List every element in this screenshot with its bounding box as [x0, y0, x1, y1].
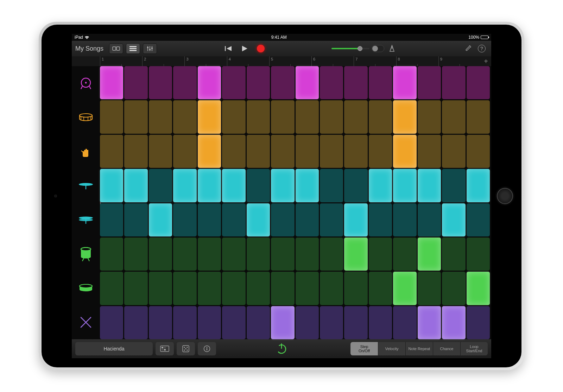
ruler-bar[interactable]: 9 [438, 56, 481, 66]
ruler-bar[interactable]: 4 [227, 56, 269, 66]
instrument-clap[interactable] [72, 134, 100, 169]
step[interactable] [467, 238, 490, 271]
step[interactable] [418, 203, 441, 236]
step[interactable] [344, 100, 367, 133]
step[interactable] [320, 66, 343, 99]
step[interactable] [271, 203, 294, 236]
step[interactable] [222, 306, 245, 339]
mode-button[interactable]: Note Repeat [405, 342, 433, 355]
step[interactable] [369, 169, 392, 202]
step[interactable] [320, 203, 343, 236]
step[interactable] [271, 66, 294, 99]
step[interactable] [442, 272, 465, 305]
step[interactable] [100, 135, 123, 168]
step[interactable] [393, 169, 416, 202]
ruler-bar[interactable]: 6 [311, 56, 354, 66]
step[interactable] [344, 306, 367, 339]
instrument-snare2[interactable] [72, 271, 100, 305]
ruler-bar[interactable]: 2 [142, 56, 184, 66]
step[interactable] [393, 203, 416, 236]
step[interactable] [124, 100, 147, 133]
step[interactable] [247, 100, 270, 133]
step[interactable] [247, 203, 270, 236]
step[interactable] [467, 203, 490, 236]
step[interactable] [467, 272, 490, 305]
instrument-open-hat[interactable] [72, 203, 100, 237]
step[interactable] [124, 238, 147, 271]
step[interactable] [369, 66, 392, 99]
instrument-closed-hat[interactable] [72, 169, 100, 203]
step[interactable] [344, 135, 367, 168]
step[interactable] [320, 135, 343, 168]
step[interactable] [369, 100, 392, 133]
step[interactable] [344, 238, 367, 271]
step[interactable] [442, 169, 465, 202]
mode-button[interactable]: Velocity [378, 342, 405, 355]
step[interactable] [222, 135, 245, 168]
step[interactable] [344, 272, 367, 305]
step[interactable] [296, 100, 319, 133]
step[interactable] [442, 135, 465, 168]
step[interactable] [442, 306, 465, 339]
step[interactable] [198, 238, 221, 271]
step[interactable] [100, 66, 123, 99]
step[interactable] [393, 135, 416, 168]
step[interactable] [198, 306, 221, 339]
step[interactable] [173, 100, 196, 133]
step[interactable] [369, 203, 392, 236]
step[interactable] [296, 306, 319, 339]
instrument-snare[interactable] [72, 100, 100, 134]
browser-view-button[interactable] [109, 43, 123, 54]
step[interactable] [296, 203, 319, 236]
step[interactable] [320, 238, 343, 271]
step[interactable] [149, 135, 172, 168]
step[interactable] [442, 66, 465, 99]
step[interactable] [173, 66, 196, 99]
step[interactable] [198, 66, 221, 99]
step[interactable] [369, 306, 392, 339]
power-button[interactable] [273, 340, 290, 358]
step[interactable] [124, 135, 147, 168]
step[interactable] [100, 238, 123, 271]
step[interactable] [222, 238, 245, 271]
step[interactable] [100, 100, 123, 133]
ruler-bar[interactable]: 5 [269, 56, 311, 66]
step[interactable] [467, 169, 490, 202]
record-button[interactable] [254, 43, 267, 54]
step[interactable] [198, 135, 221, 168]
step[interactable] [467, 100, 490, 133]
step[interactable] [149, 306, 172, 339]
ruler-bar[interactable]: 7 [354, 56, 396, 66]
step[interactable] [296, 238, 319, 271]
step[interactable] [393, 66, 416, 99]
step[interactable] [320, 272, 343, 305]
my-songs-button[interactable]: My Songs [75, 45, 103, 52]
step[interactable] [344, 169, 367, 202]
tracks-view-button[interactable] [126, 43, 140, 54]
step[interactable] [124, 203, 147, 236]
rewind-button[interactable] [222, 43, 235, 54]
step[interactable] [124, 169, 147, 202]
pattern-button[interactable] [156, 342, 174, 355]
settings-button[interactable] [464, 45, 472, 52]
metronome-button[interactable] [388, 45, 396, 52]
step[interactable] [369, 238, 392, 271]
step[interactable] [418, 169, 441, 202]
step[interactable] [100, 169, 123, 202]
step[interactable] [247, 272, 270, 305]
mode-button[interactable]: Step On/Off [350, 342, 378, 355]
step[interactable] [418, 272, 441, 305]
step[interactable] [173, 135, 196, 168]
step[interactable] [418, 306, 441, 339]
step[interactable] [271, 238, 294, 271]
step[interactable] [418, 135, 441, 168]
step[interactable] [124, 66, 147, 99]
step[interactable] [149, 238, 172, 271]
kit-selector[interactable]: Hacienda [75, 342, 153, 355]
step[interactable] [393, 238, 416, 271]
instrument-kick[interactable] [72, 66, 100, 100]
step[interactable] [271, 169, 294, 202]
step[interactable] [271, 306, 294, 339]
step[interactable] [100, 306, 123, 339]
info-button[interactable] [198, 342, 216, 355]
